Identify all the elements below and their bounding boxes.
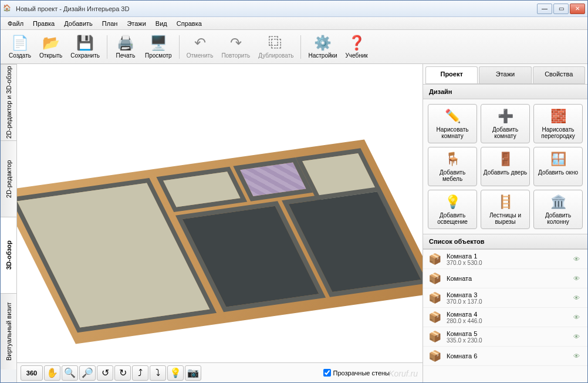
left-tab-1[interactable]: 2D-редактор <box>1 140 16 217</box>
menu-этажи[interactable]: Этажи <box>122 18 150 29</box>
menu-справка[interactable]: Справка <box>172 18 207 29</box>
tutorial-icon: ❓ <box>349 35 365 51</box>
left-tab-2[interactable]: 3D-обзор <box>1 217 16 293</box>
object-item-2[interactable]: 📦 Комната 3 370.0 x 137.0 👁 <box>423 288 587 308</box>
design-btn-0[interactable]: ✏️ Нарисовать комнату <box>428 104 477 143</box>
design-icon-6: 💡 <box>443 194 462 210</box>
left-tabs: 2D-редактор и 3D-обзор2D-редактор3D-обзо… <box>1 64 17 382</box>
undo-label: Отменить <box>187 52 214 59</box>
design-label-5: Добавить окно <box>538 169 578 176</box>
preview-button[interactable]: 🖥️ Просмотр <box>141 32 175 61</box>
menu-план[interactable]: План <box>97 18 123 29</box>
design-btn-1[interactable]: ➕ Добавить комнату <box>481 104 530 143</box>
maximize-button[interactable]: ▭ <box>553 4 569 14</box>
object-item-3[interactable]: 📦 Комната 4 280.0 x 446.0 👁 <box>423 308 587 327</box>
new-icon: 📄 <box>12 35 28 51</box>
duplicate-button: ⿻ Дублировать <box>255 32 297 61</box>
tutorial-button[interactable]: ❓ Учебник <box>342 32 371 61</box>
design-btn-6[interactable]: 💡 Добавить освещение <box>428 190 477 229</box>
design-btn-7[interactable]: 🪜 Лестницы и вырезы <box>481 190 530 229</box>
box-icon: 📦 <box>428 291 442 305</box>
window-title: Новый проект - Дизайн Интерьера 3D <box>16 5 537 12</box>
design-icon-0: ✏️ <box>443 108 462 125</box>
left-tab-0[interactable]: 2D-редактор и 3D-обзор <box>1 64 16 140</box>
right-panel: ПроектЭтажиСвойства Дизайн ✏️ Нарисовать… <box>423 64 587 382</box>
design-icon-4: 🚪 <box>496 151 515 167</box>
right-tab-1[interactable]: Этажи <box>479 66 531 83</box>
visibility-icon[interactable]: 👁 <box>573 352 583 360</box>
design-tools-grid: ✏️ Нарисовать комнату➕ Добавить комнату🧱… <box>423 99 587 234</box>
menu-добавить[interactable]: Добавить <box>59 18 97 29</box>
design-label-4: Добавить дверь <box>484 169 527 176</box>
print-label: Печать <box>116 52 136 59</box>
object-item-1[interactable]: 📦 Комната 👁 <box>423 269 587 288</box>
zoom-in-button[interactable]: 🔎 <box>79 365 96 381</box>
app-icon: 🏠 <box>3 4 12 14</box>
design-btn-3[interactable]: 🪑 Добавить мебель <box>428 147 477 186</box>
close-button[interactable]: ✕ <box>570 4 585 14</box>
menu-файл[interactable]: Файл <box>3 18 28 29</box>
object-name-2: Комната 3 <box>447 291 573 298</box>
object-item-0[interactable]: 📦 Комната 1 370.0 x 530.0 👁 <box>423 250 587 269</box>
design-btn-4[interactable]: 🚪 Добавить дверь <box>481 147 530 186</box>
toolbar-separator <box>300 35 301 59</box>
transparent-walls-toggle[interactable]: Прозрачные стены <box>323 369 419 377</box>
design-label-6: Добавить освещение <box>430 212 475 225</box>
view-toolbar: 360 ✋ 🔍 🔎 ↺ ↻ ⤴ ⤵ 💡 📷 Прозрачные стены <box>17 362 423 382</box>
tilt-up-button[interactable]: ⤴ <box>132 365 148 381</box>
design-btn-5[interactable]: 🪟 Добавить окно <box>533 147 583 186</box>
camera-button[interactable]: 📷 <box>185 365 201 381</box>
undo-button: ↶ Отменить <box>183 32 217 61</box>
left-tab-3[interactable]: Виртуальный визит <box>1 293 16 369</box>
settings-button[interactable]: ⚙️ Настройки <box>305 32 340 61</box>
design-label-2: Нарисовать перегородку <box>535 126 581 139</box>
undo-icon: ↶ <box>192 35 208 51</box>
titlebar: 🏠 Новый проект - Дизайн Интерьера 3D — ▭… <box>1 1 587 17</box>
visibility-icon[interactable]: 👁 <box>573 275 583 282</box>
design-btn-8[interactable]: 🏛️ Добавить колонну <box>533 190 583 229</box>
right-tabs-bar: ПроектЭтажиСвойства <box>425 66 585 84</box>
print-button[interactable]: 🖨️ Печать <box>111 32 140 61</box>
object-name-4: Комната 5 <box>447 330 573 337</box>
visibility-icon[interactable]: 👁 <box>573 294 583 301</box>
visibility-icon[interactable]: 👁 <box>573 314 583 321</box>
new-button[interactable]: 📄 Создать <box>5 32 35 61</box>
3d-scene[interactable] <box>17 64 423 362</box>
object-item-4[interactable]: 📦 Комната 5 335.0 x 230.0 👁 <box>423 327 587 347</box>
design-label-8: Добавить колонну <box>535 212 581 225</box>
box-icon: 📦 <box>428 252 442 266</box>
menu-вид[interactable]: Вид <box>151 18 172 29</box>
visibility-icon[interactable]: 👁 <box>573 256 583 263</box>
right-tab-2[interactable]: Свойства <box>533 66 585 83</box>
object-name-3: Комната 4 <box>447 311 573 318</box>
design-icon-5: 🪟 <box>549 151 567 167</box>
design-btn-2[interactable]: 🧱 Нарисовать перегородку <box>533 104 583 143</box>
visibility-icon[interactable]: 👁 <box>573 333 583 340</box>
object-dims-2: 370.0 x 137.0 <box>447 298 573 305</box>
design-icon-1: ➕ <box>496 108 515 125</box>
menu-правка[interactable]: Правка <box>28 18 59 29</box>
zoom-out-button[interactable]: 🔍 <box>62 365 78 381</box>
rotate-left-button[interactable]: ↺ <box>97 365 113 381</box>
rotate360-button[interactable]: 360 <box>21 365 43 381</box>
transparent-walls-label: Прозрачные стены <box>333 369 390 377</box>
object-item-5[interactable]: 📦 Комната 6 👁 <box>423 347 587 366</box>
settings-label: Настройки <box>308 52 337 59</box>
viewport: 360 ✋ 🔍 🔎 ↺ ↻ ⤴ ⤵ 💡 📷 Прозрачные стены <box>17 64 423 382</box>
light-button[interactable]: 💡 <box>167 365 184 381</box>
transparent-walls-checkbox[interactable] <box>323 369 331 377</box>
tilt-down-button[interactable]: ⤵ <box>150 365 166 381</box>
rotate-right-button[interactable]: ↻ <box>114 365 131 381</box>
design-label-3: Добавить мебель <box>430 169 475 182</box>
minimize-button[interactable]: — <box>537 4 552 14</box>
design-label-0: Нарисовать комнату <box>430 126 475 139</box>
design-icon-8: 🏛️ <box>549 194 567 210</box>
content-area: 2D-редактор и 3D-обзор2D-редактор3D-обзо… <box>1 64 587 382</box>
objects-section-header: Список объектов <box>423 234 587 249</box>
duplicate-label: Дублировать <box>258 52 293 59</box>
design-label-1: Добавить комнату <box>482 126 528 139</box>
open-button[interactable]: 📂 Открыть <box>36 32 66 61</box>
right-tab-0[interactable]: Проект <box>425 66 478 83</box>
pan-button[interactable]: ✋ <box>44 365 60 381</box>
save-button[interactable]: 💾 Сохранить <box>67 32 103 61</box>
